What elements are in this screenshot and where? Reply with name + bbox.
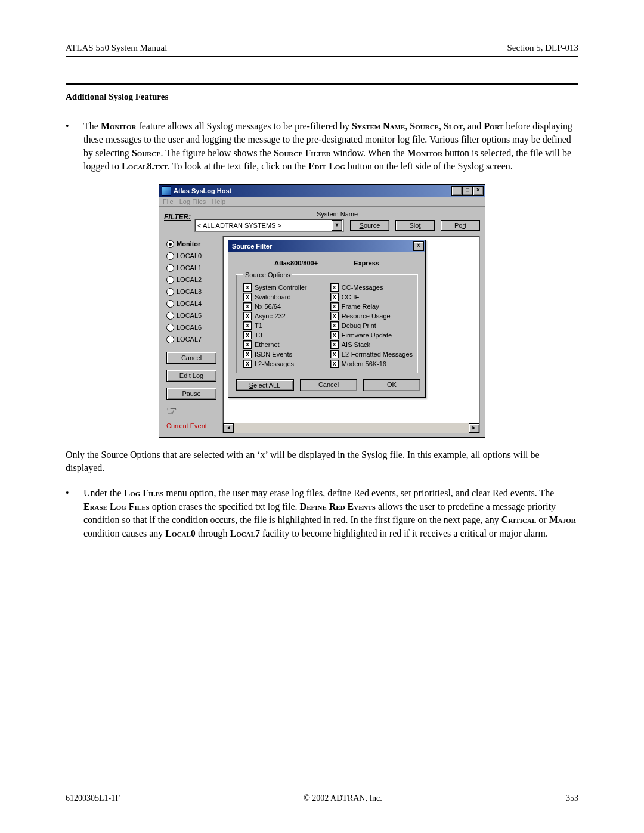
source-option-checkbox[interactable]: xEthernet <box>243 340 324 349</box>
source-option-checkbox[interactable]: xL2-Formatted Messages <box>330 350 413 358</box>
horizontal-scrollbar[interactable]: ◄ ► <box>223 423 479 433</box>
checkbox-icon: x <box>243 293 252 301</box>
close-button[interactable]: × <box>473 186 484 196</box>
radio-local1[interactable]: LOCAL1 <box>166 264 216 272</box>
source-option-checkbox[interactable]: xCC-Messages <box>330 283 413 292</box>
checkbox-icon: x <box>330 360 339 368</box>
scroll-right-icon[interactable]: ► <box>469 423 479 433</box>
kw-critical: Critical <box>501 515 537 525</box>
radio-local4[interactable]: LOCAL4 <box>166 300 216 308</box>
dialog-close-button[interactable]: × <box>413 241 424 251</box>
checkbox-icon: x <box>330 350 339 358</box>
chevron-down-icon[interactable]: ▼ <box>332 220 342 231</box>
source-option-checkbox[interactable]: xCC-IE <box>330 293 413 301</box>
menu-help[interactable]: Help <box>212 198 225 205</box>
minimize-button[interactable]: _ <box>451 186 462 196</box>
source-option-checkbox[interactable]: xNx 56/64 <box>243 302 324 311</box>
radio-local7[interactable]: LOCAL7 <box>166 336 216 343</box>
kw-erase-log-files: Erase Log Files <box>83 501 150 512</box>
kw-log-files: Log Files <box>124 488 164 498</box>
source-option-checkbox[interactable]: xL2-Messages <box>243 360 324 368</box>
dialog-titlebar[interactable]: Source Filter × <box>228 240 425 252</box>
radio-icon <box>166 264 174 272</box>
source-option-label: Ethernet <box>255 341 280 348</box>
checkbox-icon: x <box>330 283 339 292</box>
source-option-checkbox[interactable]: xModem 56K-16 <box>330 360 413 368</box>
dialog-col2-header: Express <box>354 259 379 267</box>
source-option-label: Modem 56K-16 <box>342 360 386 367</box>
radio-monitor[interactable]: Monitor <box>166 240 216 248</box>
source-option-checkbox[interactable]: xResource Usage <box>330 312 413 320</box>
edit-log-button[interactable]: Edit Log <box>166 370 216 382</box>
radio-icon <box>166 312 174 320</box>
log-content-area: Source Filter × Atlas800/800+ Express So… <box>222 236 480 433</box>
source-option-checkbox[interactable]: xISDN Events <box>243 350 324 358</box>
radio-local3[interactable]: LOCAL3 <box>166 288 216 296</box>
checkbox-icon: x <box>330 293 339 301</box>
source-option-label: Resource Usage <box>342 312 391 320</box>
radio-local5[interactable]: LOCAL5 <box>166 312 216 320</box>
source-option-label: Async-232 <box>255 312 286 320</box>
page-number: 353 <box>566 794 578 803</box>
bullet-1: The Monitor feature allows all Syslog me… <box>66 120 578 174</box>
section-id: Section 5, DLP-013 <box>507 43 578 53</box>
source-option-label: L2-Messages <box>255 360 294 367</box>
source-option-checkbox[interactable]: xFirmware Update <box>330 331 413 339</box>
maximize-button[interactable]: □ <box>462 186 473 196</box>
radio-icon <box>166 276 174 284</box>
checkbox-icon: x <box>330 302 339 311</box>
slot-button[interactable]: Slot <box>395 220 435 231</box>
source-option-checkbox[interactable]: xAsync-232 <box>243 312 324 320</box>
pause-button[interactable]: Pause <box>166 388 216 400</box>
radio-local2[interactable]: LOCAL2 <box>166 276 216 284</box>
source-option-label: CC-Messages <box>342 284 383 291</box>
checkbox-icon: x <box>330 340 339 349</box>
checkbox-icon: x <box>243 321 252 330</box>
checkbox-icon: x <box>243 350 252 358</box>
source-option-label: T3 <box>255 332 262 339</box>
bullet-list: The Monitor feature allows all Syslog me… <box>66 120 578 174</box>
cancel-button[interactable]: Cancel <box>166 352 216 364</box>
source-option-checkbox[interactable]: xSystem Controller <box>243 283 324 292</box>
source-option-label: System Controller <box>255 284 306 291</box>
source-option-label: Frame Relay <box>342 303 379 310</box>
dialog-ok-button[interactable]: OK <box>363 379 420 391</box>
source-option-label: L2-Formatted Messages <box>342 351 413 358</box>
source-option-label: Debug Print <box>342 322 376 329</box>
section-heading: Additional Syslog Features <box>66 83 578 102</box>
source-option-checkbox[interactable]: xSwitchboard <box>243 293 324 301</box>
page-header: ATLAS 550 System Manual Section 5, DLP-0… <box>66 43 578 57</box>
radio-local0[interactable]: LOCAL0 <box>166 252 216 260</box>
menu-file[interactable]: File <box>163 198 174 205</box>
menu-log-files[interactable]: Log Files <box>179 198 206 205</box>
source-option-checkbox[interactable]: xAIS Stack <box>330 340 413 349</box>
radio-local6[interactable]: LOCAL6 <box>166 324 216 332</box>
system-name-combo[interactable]: < ALL ADTRAN SYSTEMS > ▼ <box>194 219 344 232</box>
doc-number: 61200305L1-1F <box>66 794 120 803</box>
kw-source-filter: Source Filter <box>274 148 331 158</box>
app-icon <box>162 186 171 196</box>
source-option-checkbox[interactable]: xT3 <box>243 331 324 339</box>
kw-source-2: Source <box>132 148 161 158</box>
filter-radios-panel: Monitor LOCAL0 LOCAL1 LOCAL2 LOCAL3 LOCA… <box>164 236 219 433</box>
dialog-cancel-button[interactable]: Cancel <box>300 379 357 391</box>
kw-local0: Local0 <box>165 528 195 538</box>
kw-define-red-events: Define Red Events <box>300 501 376 512</box>
radio-icon <box>166 288 174 296</box>
source-option-checkbox[interactable]: xDebug Print <box>330 321 413 330</box>
window-titlebar[interactable]: Atlas SysLog Host _ □ × <box>159 185 485 197</box>
scroll-left-icon[interactable]: ◄ <box>223 423 234 433</box>
kw-monitor: Monitor <box>101 121 137 131</box>
source-option-label: T1 <box>255 322 262 329</box>
select-all-button[interactable]: Select ALL <box>236 379 294 391</box>
dialog-title: Source Filter <box>232 243 272 250</box>
source-option-checkbox[interactable]: xT1 <box>243 321 324 330</box>
kw-local7: Local7 <box>230 528 260 538</box>
source-option-checkbox[interactable]: xFrame Relay <box>330 302 413 311</box>
checkbox-icon: x <box>330 331 339 339</box>
checkbox-icon: x <box>243 340 252 349</box>
menubar: File Log Files Help <box>159 197 485 207</box>
source-button[interactable]: Source <box>350 220 389 231</box>
port-button[interactable]: Port <box>441 220 480 231</box>
current-event-link[interactable]: Current Event <box>166 422 216 429</box>
